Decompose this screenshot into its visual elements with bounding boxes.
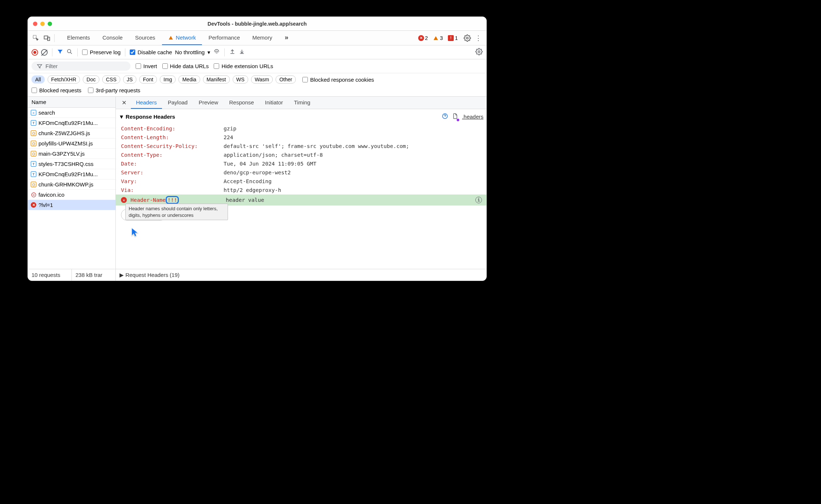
validation-tooltip: Header names should contain only letters… (125, 204, 228, 220)
filter-input[interactable]: Filter (32, 62, 130, 71)
tab-sources[interactable]: Sources (129, 31, 161, 45)
detail-tab-timing[interactable]: Timing (289, 97, 315, 109)
clear-button[interactable] (41, 49, 48, 56)
warning-icon (434, 36, 438, 40)
search-icon[interactable] (66, 48, 73, 56)
titlebar: DevTools - bubble-jingle.web.app/search (28, 17, 486, 31)
font-icon: T (31, 171, 36, 177)
header-value: default-src 'self'; frame-src youtube.co… (224, 143, 486, 149)
tab-performance[interactable]: Performance (203, 31, 246, 45)
detail-tab-payload[interactable]: Payload (163, 97, 193, 109)
file-icon[interactable] (452, 113, 459, 121)
request-name: chunk-Z5WZJGHS.js (38, 130, 90, 136)
device-mode-icon[interactable] (42, 33, 52, 43)
more-menu-icon[interactable]: ⋮ (473, 33, 483, 43)
type-font[interactable]: Font (139, 75, 157, 84)
error-count[interactable]: ✕2 (418, 35, 428, 41)
type-media[interactable]: Media (178, 75, 200, 84)
chevron-down-icon: ▾ (207, 49, 210, 56)
disable-cache-input[interactable] (130, 49, 135, 55)
request-row[interactable]: ⟨⟩chunk-GRHMKOWP.js (28, 179, 115, 190)
request-row[interactable]: favicon.ico (28, 190, 115, 200)
header-key: Content-Encoding: (121, 126, 224, 131)
tab-elements[interactable]: Elements (61, 31, 96, 45)
filter-placeholder: Filter (45, 63, 58, 69)
blocked-requests-checkbox[interactable]: Blocked requests (32, 87, 81, 93)
preserve-log-checkbox[interactable]: Preserve log (82, 49, 121, 55)
type-ws[interactable]: WS (233, 75, 248, 84)
response-headers-list: Content-Encoding:gzipContent-Length:224C… (116, 124, 486, 194)
request-row[interactable]: Tstyles-T73CSHRQ.css (28, 159, 115, 169)
download-icon[interactable] (239, 48, 245, 56)
request-row[interactable]: TKFOmCnqEu92Fr1Mu... (28, 118, 115, 128)
type-manifest[interactable]: Manifest (203, 75, 230, 84)
type-js[interactable]: JS (123, 75, 136, 84)
tab-console[interactable]: Console (97, 31, 129, 45)
request-row[interactable]: ✕?lvl=1 (28, 200, 115, 210)
disable-cache-checkbox[interactable]: Disable cache (130, 49, 172, 55)
tab-memory[interactable]: Memory (247, 31, 278, 45)
type-all[interactable]: All (32, 75, 45, 84)
throttling-select[interactable]: No throttling ▾ (175, 49, 210, 56)
issue-count[interactable]: !1 (448, 35, 458, 41)
request-row[interactable]: ⟨⟩polyfills-UPW4ZMSI.js (28, 138, 115, 149)
help-icon[interactable] (442, 113, 448, 121)
custom-header-key[interactable]: Header-Name!!! (130, 196, 226, 204)
close-detail-icon[interactable]: ✕ (118, 97, 130, 108)
type-wasm[interactable]: Wasm (251, 75, 273, 84)
zoom-window-button[interactable] (48, 22, 52, 26)
doc-icon: ≡ (31, 110, 36, 115)
request-row[interactable]: ≡search (28, 108, 115, 118)
type-other[interactable]: Other (276, 75, 296, 84)
request-name: search (38, 110, 55, 116)
close-window-button[interactable] (33, 22, 37, 26)
hide-extension-urls-checkbox[interactable]: Hide extension URLs (214, 63, 273, 69)
issue-counters[interactable]: ✕2 3 !1 (418, 35, 458, 41)
content-area: Name ≡searchTKFOmCnqEu92Fr1Mu...⟨⟩chunk-… (28, 97, 486, 269)
response-headers-section[interactable]: ▼ Response Headers .headers (116, 109, 486, 124)
detail-tab-initiator[interactable]: Initiator (260, 97, 288, 109)
request-row[interactable]: ⟨⟩main-G3PZY5LV.js (28, 149, 115, 159)
svg-point-4 (67, 49, 71, 53)
type-img[interactable]: Img (160, 75, 176, 84)
detail-tab-headers[interactable]: Headers (131, 97, 162, 109)
record-button[interactable] (32, 49, 38, 56)
requests-header[interactable]: Name (28, 97, 115, 108)
preserve-log-input[interactable] (82, 49, 88, 55)
hide-data-urls-checkbox[interactable]: Hide data URLs (162, 63, 209, 69)
tab-overflow-icon[interactable]: » (279, 31, 294, 45)
blocked-response-cookies-checkbox[interactable]: Blocked response cookies (302, 77, 374, 83)
type-doc[interactable]: Doc (83, 75, 99, 84)
third-party-requests-checkbox[interactable]: 3rd-party requests (88, 87, 140, 93)
error-icon: ✕ (418, 35, 424, 41)
upload-icon[interactable] (229, 48, 236, 56)
type-fetch-xhr[interactable]: Fetch/XHR (48, 75, 80, 84)
type-css[interactable]: CSS (102, 75, 120, 84)
svg-point-8 (34, 194, 34, 194)
header-value: application/json; charset=utf-8 (224, 152, 486, 158)
inspect-element-icon[interactable] (31, 33, 41, 43)
detail-body: ▼ Response Headers .headers Content-Enco… (116, 109, 486, 269)
request-row[interactable]: ⟨⟩chunk-Z5WZJGHS.js (28, 128, 115, 138)
warning-icon (169, 36, 173, 40)
invert-checkbox[interactable]: Invert (136, 63, 157, 69)
warning-count[interactable]: 3 (433, 35, 443, 41)
info-icon[interactable]: i (475, 197, 482, 203)
tab-network[interactable]: Network (162, 31, 202, 45)
img-icon (31, 192, 36, 197)
detail-tab-preview[interactable]: Preview (194, 97, 223, 109)
panel-settings-icon[interactable] (475, 48, 483, 56)
request-row[interactable]: TKFOmCnqEu92Fr1Mu... (28, 169, 115, 179)
remove-header-icon[interactable]: ✕ (121, 197, 127, 203)
detail-tab-response[interactable]: Response (224, 97, 259, 109)
js-icon: ⟨⟩ (31, 182, 36, 187)
network-conditions-icon[interactable] (213, 48, 220, 56)
main-tabs: Elements Console Sources Network Perform… (61, 31, 294, 45)
request-headers-section[interactable]: ▶ Request Headers (19) (116, 269, 486, 281)
custom-header-value[interactable]: header value (226, 197, 486, 203)
headers-file-link[interactable]: .headers (462, 114, 483, 120)
requests-column: Name ≡searchTKFOmCnqEu92Fr1Mu...⟨⟩chunk-… (28, 97, 116, 269)
settings-icon[interactable] (462, 33, 472, 43)
minimize-window-button[interactable] (40, 22, 45, 26)
filter-icon[interactable] (57, 48, 63, 56)
